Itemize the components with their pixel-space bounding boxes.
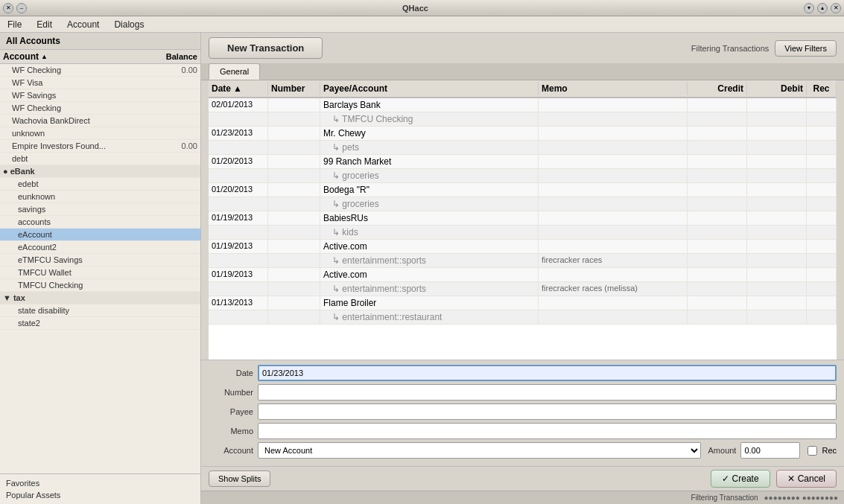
- list-item[interactable]: WF Savings: [0, 89, 200, 102]
- table-row[interactable]: ↳ entertainment::sports firecracker race…: [209, 254, 837, 268]
- table-row[interactable]: ↳ kids: [209, 226, 837, 240]
- table-row[interactable]: 01/20/2013 99 Ranch Market: [209, 155, 837, 169]
- table-row[interactable]: ↳ groceries: [209, 169, 837, 183]
- list-item[interactable]: WF Checking 0.00: [0, 64, 200, 77]
- date-input[interactable]: [258, 365, 837, 381]
- sidebar-row-name: eAccount2: [3, 243, 153, 252]
- table-row[interactable]: 01/13/2013 Flame Broiler: [209, 296, 837, 310]
- table-row[interactable]: 01/19/2013 BabiesRUs: [209, 211, 837, 226]
- sidebar-row-name: eTMFCU Savings: [3, 255, 153, 264]
- show-splits-button[interactable]: Show Splits: [209, 470, 270, 487]
- transaction-area: Date ▲ Number Payee/Account Memo Credit …: [209, 80, 837, 360]
- txn-date: [209, 112, 268, 126]
- col-rec[interactable]: Rec: [807, 82, 837, 95]
- rec-checkbox[interactable]: [807, 446, 817, 456]
- new-transaction-button[interactable]: New Transaction: [209, 37, 323, 59]
- minimize-icon[interactable]: –: [16, 3, 27, 13]
- sidebar-popular-assets[interactable]: Popular Assets: [6, 489, 194, 501]
- list-item[interactable]: eAccount: [0, 229, 200, 241]
- list-item[interactable]: accounts: [0, 216, 200, 229]
- list-item[interactable]: ● eBank: [0, 165, 200, 178]
- winclose-icon[interactable]: ✕: [831, 3, 841, 13]
- list-item[interactable]: Empire Investors Found... 0.00: [0, 140, 200, 153]
- windown-icon[interactable]: ▾: [804, 3, 814, 13]
- table-row[interactable]: ↳ entertainment::restaurant: [209, 310, 837, 325]
- list-item[interactable]: debt: [0, 153, 200, 165]
- cancel-button[interactable]: ✕ Cancel: [776, 470, 837, 488]
- txn-payee: ↳ kids: [320, 226, 539, 239]
- txn-date: [209, 282, 268, 296]
- txn-debit: [747, 183, 807, 197]
- txn-date: 02/01/2013: [209, 98, 268, 112]
- txn-date: [209, 197, 268, 211]
- list-item[interactable]: edebt: [0, 178, 200, 191]
- txn-payee: Active.com: [320, 268, 539, 281]
- tab-general[interactable]: General: [209, 63, 260, 80]
- cancel-label: Cancel: [798, 473, 825, 484]
- check-icon: ✓: [722, 473, 729, 484]
- col-number[interactable]: Number: [268, 82, 320, 95]
- table-row[interactable]: 01/20/2013 Bodega "R": [209, 183, 837, 197]
- sidebar-col-account[interactable]: Account ▲: [3, 51, 153, 62]
- number-input[interactable]: [258, 384, 837, 401]
- memo-input[interactable]: [258, 423, 837, 439]
- txn-debit: [747, 240, 807, 253]
- list-item[interactable]: unknown: [0, 127, 200, 140]
- list-item[interactable]: WF Checking: [0, 102, 200, 115]
- menu-file[interactable]: File: [3, 18, 26, 31]
- txn-debit: [747, 282, 807, 296]
- winup-icon[interactable]: ▴: [817, 3, 828, 13]
- col-credit[interactable]: Credit: [688, 82, 747, 95]
- sidebar-favorites[interactable]: Favorites: [6, 477, 194, 489]
- table-row[interactable]: ↳ pets: [209, 141, 837, 155]
- amount-label: Amount: [708, 446, 737, 455]
- txn-memo: [539, 127, 688, 140]
- txn-rec: [807, 211, 837, 225]
- txn-payee: Mr. Chewy: [320, 127, 539, 140]
- menu-dialogs[interactable]: Dialogs: [110, 18, 148, 31]
- table-row[interactable]: 01/23/2013 Mr. Chewy: [209, 127, 837, 141]
- table-row[interactable]: 01/19/2013 Active.com: [209, 240, 837, 254]
- win-controls[interactable]: ▾ ▴ ✕: [804, 3, 841, 13]
- table-row[interactable]: ↳ entertainment::sports firecracker race…: [209, 282, 837, 296]
- menu-account[interactable]: Account: [63, 18, 104, 31]
- list-item[interactable]: WF Visa: [0, 77, 200, 89]
- col-payee[interactable]: Payee/Account: [320, 82, 539, 95]
- table-row[interactable]: ↳ groceries: [209, 197, 837, 211]
- col-date[interactable]: Date ▲: [209, 82, 268, 95]
- list-item[interactable]: savings: [0, 203, 200, 216]
- txn-num: [268, 127, 320, 140]
- table-row[interactable]: 02/01/2013 Barclays Bank: [209, 98, 837, 112]
- list-item[interactable]: Wachovia BankDirect: [0, 115, 200, 127]
- form-row-memo: Memo: [209, 423, 837, 439]
- list-item[interactable]: eTMFCU Savings: [0, 254, 200, 267]
- list-item[interactable]: state disability: [0, 304, 200, 317]
- list-item[interactable]: state2: [0, 317, 200, 330]
- txn-debit: [747, 155, 807, 168]
- list-item[interactable]: eunknown: [0, 191, 200, 203]
- main-layout: All Accounts Account ▲ Balance WF Checki…: [0, 33, 844, 504]
- close-icon[interactable]: ✕: [3, 3, 13, 13]
- txn-rec: [807, 141, 837, 154]
- list-item[interactable]: ▼ tax: [0, 292, 200, 304]
- txn-debit: [747, 141, 807, 154]
- table-row[interactable]: ↳ TMFCU Checking: [209, 112, 837, 127]
- txn-table-body[interactable]: 02/01/2013 Barclays Bank ↳ TMFCU Checkin…: [209, 98, 837, 360]
- titlebar-controls[interactable]: ✕ –: [3, 3, 27, 13]
- sidebar-row-name: WF Checking: [3, 66, 153, 74]
- table-row[interactable]: 01/19/2013 Active.com: [209, 268, 837, 282]
- col-memo[interactable]: Memo: [539, 82, 688, 95]
- txn-num: [268, 310, 320, 324]
- sidebar-scroll[interactable]: WF Checking 0.00WF Visa WF Savings WF Ch…: [0, 64, 200, 473]
- col-debit[interactable]: Debit: [747, 82, 807, 95]
- txn-credit: [688, 310, 747, 324]
- amount-input[interactable]: [740, 442, 800, 459]
- list-item[interactable]: TMFCU Checking: [0, 279, 200, 292]
- list-item[interactable]: eAccount2: [0, 241, 200, 254]
- account-select[interactable]: New Account: [258, 442, 701, 459]
- create-button[interactable]: ✓ Create: [711, 470, 770, 488]
- payee-input[interactable]: [258, 403, 837, 420]
- list-item[interactable]: TMFCU Wallet: [0, 267, 200, 279]
- view-filters-button[interactable]: View Filters: [775, 40, 837, 57]
- menu-edit[interactable]: Edit: [32, 18, 57, 31]
